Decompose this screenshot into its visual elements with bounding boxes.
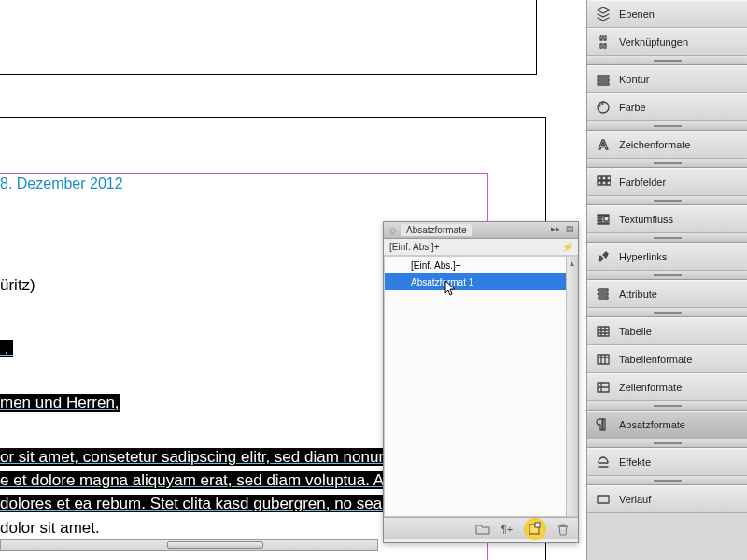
table-styles-icon xyxy=(595,351,612,368)
dock-item-label: Verlauf xyxy=(619,494,651,505)
panel-title: Absatzformate xyxy=(401,224,472,236)
dock-item-farbfelder[interactable]: Farbfelder xyxy=(587,168,747,196)
dock-item-label: Tabelle xyxy=(619,326,652,337)
address-fragment: üritz) xyxy=(0,276,35,294)
dock-item-label: Zellenformate xyxy=(619,382,682,393)
dock-item-farbe[interactable]: Farbe xyxy=(587,93,747,121)
char-styles-icon xyxy=(595,136,612,153)
dock-item-label: Attribute xyxy=(619,288,657,300)
color-icon xyxy=(595,99,612,116)
dock-item-textumfluss[interactable]: Textumfluss xyxy=(587,205,747,233)
paragraph-styles-list: [Einf. Abs.]+ Absatzformat 1 ▲ xyxy=(384,256,578,517)
body-line-2: e et dolore magna aliquyam erat, sed dia… xyxy=(0,471,437,489)
text-frame-content[interactable]: üritz) . men und Herren, or sit amet, co… xyxy=(0,275,438,541)
layers-icon xyxy=(595,6,612,22)
dock-item-zellenformate[interactable]: Zellenformate xyxy=(587,373,747,401)
panel-group-divider[interactable] xyxy=(587,196,747,205)
panel-group-divider[interactable] xyxy=(587,56,747,65)
dock-item-label: Effekte xyxy=(619,456,651,468)
dock-item-label: Zeichenformate xyxy=(619,139,690,150)
dock-item-kontur[interactable]: Kontur xyxy=(587,65,747,93)
dock-item-verkn-pfungen[interactable]: Verknüpfungen xyxy=(587,28,747,56)
dock-item-label: Verknüpfungen xyxy=(619,36,688,48)
delete-style-button[interactable] xyxy=(556,522,571,537)
panel-group-divider[interactable] xyxy=(587,476,747,485)
body-line-3: dolores et ea rebum. Stet clita kasd gub… xyxy=(0,495,438,512)
dock-item-attribute[interactable]: Attribute xyxy=(587,280,747,308)
panel-group-divider[interactable] xyxy=(587,159,747,168)
panel-titlebar[interactable]: ◇ Absatzformate ▸▸ ▤ xyxy=(384,222,578,239)
dock-item-zeichenformate[interactable]: Zeichenformate xyxy=(587,131,747,159)
panel-group-divider[interactable] xyxy=(587,233,747,243)
scrollbar-thumb[interactable] xyxy=(167,541,263,549)
new-style-button[interactable] xyxy=(524,518,546,540)
effects-icon xyxy=(595,454,612,470)
textwrap-icon xyxy=(595,211,612,228)
body-line-4: dolor sit amet. xyxy=(0,519,100,537)
dock-item-label: Tabellenformate xyxy=(619,354,692,365)
panel-dock: EbenenVerknüpfungenKonturFarbeZeichenfor… xyxy=(586,0,747,560)
clear-overrides-icon[interactable]: ¶+ xyxy=(500,522,514,537)
highlight-dot: . xyxy=(0,340,13,357)
attributes-icon xyxy=(595,286,612,302)
dock-item-hyperlinks[interactable]: Hyperlinks xyxy=(587,243,747,271)
dock-item-label: Textumfluss xyxy=(619,214,673,225)
panel-scrollbar[interactable]: ▲ xyxy=(566,257,577,516)
dock-item-label: Hyperlinks xyxy=(619,251,667,262)
expand-grip: ◇ xyxy=(389,225,397,235)
dock-item-ebenen[interactable]: Ebenen xyxy=(587,0,747,28)
style-row-basic[interactable]: [Einf. Abs.]+ xyxy=(385,257,577,273)
panel-group-divider[interactable] xyxy=(587,401,747,411)
table-icon xyxy=(595,323,612,340)
panel-group-divider[interactable] xyxy=(587,121,747,131)
para-styles-icon xyxy=(595,416,612,433)
links-icon xyxy=(595,34,612,50)
folder-icon[interactable] xyxy=(475,522,490,537)
dock-item-absatzformate[interactable]: Absatzformate xyxy=(587,411,747,439)
stroke-icon xyxy=(595,71,612,88)
body-line-1: or sit amet, consetetur sadipscing elitr… xyxy=(0,448,435,466)
dock-item-label: Farbe xyxy=(619,102,646,113)
dock-item-effekte[interactable]: Effekte xyxy=(587,448,747,476)
current-style-row: [Einf. Abs.]+ ⚡ xyxy=(384,239,578,256)
style-row-1[interactable]: Absatzformat 1 xyxy=(385,273,577,290)
paragraph-styles-panel: ◇ Absatzformate ▸▸ ▤ [Einf. Abs.]+ ⚡ [Ei… xyxy=(383,221,579,543)
dock-item-label: Farbfelder xyxy=(619,176,666,188)
horizontal-scrollbar[interactable] xyxy=(0,539,378,551)
current-style-label: [Einf. Abs.]+ xyxy=(389,242,440,252)
override-bolt-icon[interactable]: ⚡ xyxy=(561,242,572,252)
panel-group-divider[interactable] xyxy=(587,308,747,317)
panel-menu-icon[interactable]: ▤ xyxy=(566,224,574,233)
dock-item-label: Kontur xyxy=(619,74,649,85)
greeting-fragment: men und Herren, xyxy=(0,394,120,412)
panel-group-divider[interactable] xyxy=(587,271,747,280)
dock-item-verlauf[interactable]: Verlauf xyxy=(587,485,747,513)
swatches-icon xyxy=(595,174,612,190)
dock-item-label: Ebenen xyxy=(619,8,655,20)
dock-item-tabellenformate[interactable]: Tabellenformate xyxy=(587,345,747,373)
collapse-double-arrow-icon[interactable]: ▸▸ xyxy=(551,224,560,233)
cell-styles-icon xyxy=(595,379,612,396)
svg-rect-1 xyxy=(535,523,540,527)
gradient-icon xyxy=(595,491,612,508)
scroll-up-icon[interactable]: ▲ xyxy=(567,257,577,270)
panel-footer: ¶+ xyxy=(384,517,578,539)
panel-group-divider[interactable] xyxy=(587,439,747,448)
date-text: 8. Dezember 2012 xyxy=(0,175,123,192)
dock-item-label: Absatzformate xyxy=(619,419,685,430)
dock-item-tabelle[interactable]: Tabelle xyxy=(587,317,747,345)
hyperlinks-icon xyxy=(595,248,612,265)
document-frame-top xyxy=(0,0,537,75)
